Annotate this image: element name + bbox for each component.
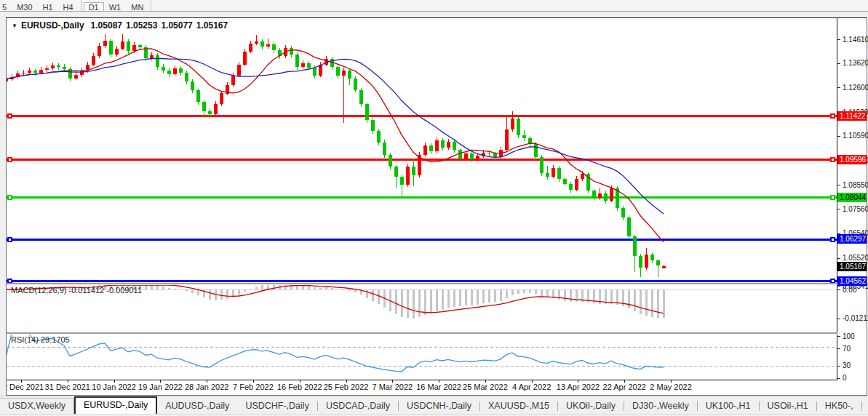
line-handle-center	[9, 196, 11, 199]
axis-tick-mark	[837, 319, 840, 319]
chart-symbol-label: EURUSD-,Daily	[21, 20, 84, 31]
candle-body	[22, 73, 25, 73]
candle-body	[132, 45, 136, 51]
price-chart-pane[interactable]	[7, 18, 837, 283]
chart-dropdown-icon[interactable]: ▼	[12, 23, 17, 29]
macd-histogram-bar	[319, 288, 322, 289]
macd-histogram-bar	[500, 289, 502, 301]
horizontal-line-1.06297[interactable]	[7, 239, 837, 241]
candle-body	[383, 143, 386, 155]
candle-body	[237, 65, 241, 76]
timeframe-button-mn[interactable]: MN	[126, 2, 148, 12]
macd-label: MACD(12,26,9) -0.011412 -0.009011	[11, 286, 142, 295]
line-handle-center	[832, 239, 834, 241]
macd-histogram-bar	[424, 289, 426, 315]
timeframe-button-w1[interactable]: W1	[104, 2, 127, 12]
price-axis[interactable]: 1.146101.136201.126001.115801.105901.095…	[837, 18, 867, 380]
candle-body	[470, 153, 474, 159]
candle-body	[505, 129, 509, 150]
horizontal-line-1.08044[interactable]	[7, 196, 837, 199]
macd-histogram-bar	[436, 289, 438, 311]
timeframe-button-h4[interactable]: H4	[58, 2, 79, 12]
macd-histogram-bar	[250, 289, 252, 289]
moving-average-ma-fast	[7, 49, 664, 242]
macd-histogram-bar	[401, 289, 403, 317]
chart-tab-eurusddaily[interactable]: EURUSD-,Daily	[74, 396, 157, 414]
date-label: 10 Jan 2022	[92, 383, 136, 391]
timeframe-button-d1[interactable]: D1	[84, 2, 104, 12]
macd-histogram-bar	[407, 289, 409, 318]
macd-histogram-bar	[151, 285, 153, 289]
time-axis-line	[7, 380, 867, 380]
chart-tab-ukoildaily[interactable]: UKOil-,Daily	[558, 399, 624, 414]
chart-tab-usdxweekly[interactable]: USDX,Weekly	[0, 398, 74, 414]
macd-histogram-bar	[174, 289, 176, 289]
tab-scroll-arrows: ◄►	[862, 404, 868, 414]
candle-body	[359, 90, 363, 105]
candle-body	[295, 55, 299, 68]
candle-body	[394, 167, 398, 176]
chart-tab-audusddaily[interactable]: AUDUSD-,Daily	[157, 399, 237, 414]
macd-histogram-bar	[331, 288, 333, 289]
rsi-pane[interactable]	[7, 334, 837, 380]
candle-body	[604, 193, 608, 201]
macd-histogram-bar	[465, 289, 467, 305]
axis-tick-mark	[837, 87, 840, 88]
candle-body	[522, 135, 526, 137]
candle-body	[487, 153, 491, 154]
horizontal-line-1.04562[interactable]	[7, 280, 837, 282]
timeframe-button-m30[interactable]: M30	[12, 2, 37, 12]
chart-window[interactable]: ▼EURUSD-,Daily1.050871.052531.050771.051…	[6, 17, 867, 396]
rsi-axis-label: 30	[843, 361, 851, 369]
line-handle-center	[832, 196, 834, 199]
candle-body	[336, 67, 340, 76]
macd-histogram-bar	[576, 289, 578, 302]
time-axis[interactable]: 22 Dec 202131 Dec 202110 Jan 202219 Jan …	[7, 380, 837, 395]
candle-body	[598, 193, 602, 199]
chart-tab-usdchfdaily[interactable]: USDCHF-,Daily	[237, 399, 317, 414]
ohlc-high: 1.05253	[126, 20, 157, 31]
chart-tab-dj30weekly[interactable]: DJ30-,Weekly	[624, 399, 697, 414]
candle-body	[185, 73, 188, 81]
candle-body	[313, 68, 316, 76]
macd-histogram-bar	[209, 289, 211, 300]
line-handle-center	[9, 159, 11, 161]
macd-histogram-bar	[191, 289, 194, 293]
horizontal-line-1.09596[interactable]	[7, 159, 837, 161]
pane-splitter[interactable]	[7, 283, 867, 285]
candle-body	[231, 76, 235, 85]
chart-tab-usdcnhdaily[interactable]: USDCNH-,Daily	[399, 399, 479, 414]
macd-histogram-bar	[634, 289, 636, 311]
date-label: 13 Apr 2022	[557, 383, 600, 391]
chart-tab-xauusdm15[interactable]: XAUUSD-,M15	[480, 399, 557, 414]
macd-histogram-bar	[238, 289, 240, 295]
candle-body	[266, 44, 270, 47]
candle-body	[255, 41, 258, 44]
axis-tick-mark	[837, 289, 840, 290]
macd-histogram-bar	[255, 287, 258, 289]
chart-tab-uk100h1[interactable]: UK100-,H1	[698, 399, 759, 414]
candle-body	[214, 104, 218, 114]
macd-axis-label: 0.00	[843, 286, 856, 294]
chart-tab-usdcaddaily[interactable]: USDCAD-,Daily	[318, 399, 398, 414]
candle-body	[138, 45, 142, 47]
macd-histogram-bar	[186, 289, 188, 291]
macd-histogram-bar	[651, 289, 653, 317]
chart-tab-usoilh1[interactable]: USOil-,H1	[760, 399, 816, 414]
macd-histogram-bar	[477, 289, 479, 305]
pane-splitter[interactable]	[7, 332, 867, 335]
macd-histogram-bar	[535, 289, 537, 294]
chart-tab-hk50[interactable]: HK50-,	[817, 399, 861, 414]
candle-body	[610, 188, 613, 201]
candle-body	[592, 191, 596, 198]
candle-body	[97, 46, 101, 56]
macd-histogram-bar	[220, 289, 223, 300]
candle-body	[406, 167, 410, 185]
candle-body	[365, 104, 369, 120]
price-level-badge: 1.08044	[837, 193, 867, 202]
timeframe-button-h1[interactable]: H1	[38, 2, 58, 12]
horizontal-line-1.11422[interactable]	[7, 115, 837, 117]
axis-tick-mark	[837, 366, 840, 367]
macd-histogram-bar	[570, 289, 572, 302]
timeframe-button-5[interactable]: 5	[0, 2, 12, 12]
